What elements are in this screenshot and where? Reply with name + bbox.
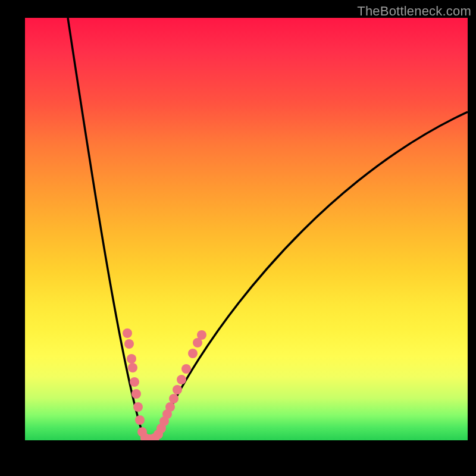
svg-point-19: [177, 375, 186, 384]
svg-point-5: [131, 389, 141, 399]
svg-point-2: [127, 354, 136, 364]
bottleneck-curve: [68, 18, 468, 440]
svg-point-7: [135, 415, 145, 425]
svg-point-1: [124, 339, 134, 349]
svg-point-3: [128, 363, 137, 372]
svg-point-16: [165, 402, 175, 412]
chart-container: TheBottleneck.com: [17, 0, 476, 458]
svg-point-4: [130, 377, 139, 387]
svg-point-20: [181, 364, 191, 374]
data-markers: [123, 328, 206, 440]
svg-point-17: [169, 394, 178, 403]
svg-point-21: [188, 349, 198, 358]
watermark-text: TheBottleneck.com: [357, 4, 471, 19]
svg-point-0: [123, 328, 132, 338]
svg-point-23: [197, 330, 206, 340]
svg-point-6: [133, 402, 143, 412]
svg-point-18: [173, 385, 182, 394]
chart-svg: [25, 18, 468, 440]
